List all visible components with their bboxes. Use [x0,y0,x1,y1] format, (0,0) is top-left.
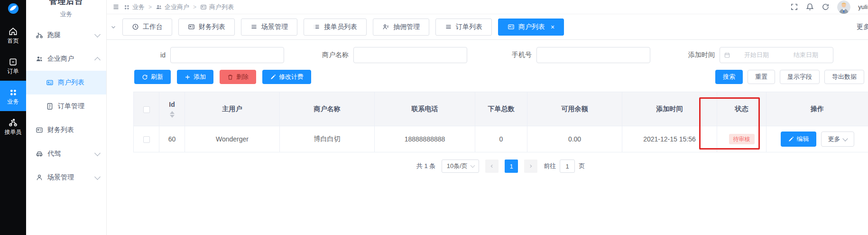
end-date-placeholder: 结束日期 [783,51,829,59]
pagination-total: 共 1 条 [416,162,435,170]
breadcrumb-item-enterprise-merchant[interactable]: 企业商户 [156,3,189,11]
header-select-all [134,92,159,126]
modify-billing-button[interactable]: 修改计费 [262,70,311,84]
app-logo-icon [6,2,20,15]
next-page-button[interactable] [524,160,537,173]
car-icon [36,150,43,158]
sidebar-item-label: 跑腿 [47,31,61,39]
main-content: 业务 > 企业商户 > 商户列表 yu [107,0,868,235]
tab-workbench[interactable]: 工作台 [122,19,172,36]
breadcrumb-item-business[interactable]: 业务 [123,3,145,11]
tab-commission-management[interactable]: 抽佣管理 [373,19,429,36]
breadcrumb-label: 企业商户 [165,3,189,11]
cell-status: 待审核 [717,126,766,152]
tab-finance-list[interactable]: 财务列表 [178,19,235,36]
status-badge: 待审核 [729,134,755,144]
people-icon [36,55,43,63]
rail-item-couriers[interactable]: 接单员 [0,111,26,141]
sidebar-item-scene-management[interactable]: 场景管理 [26,166,106,189]
rail-item-business[interactable]: 业务 [0,81,26,111]
home-icon [9,27,18,36]
sidebar-subtitle: 业务 [26,10,106,19]
tabs-collapse-chevron-icon[interactable] [111,24,116,30]
filter-time-label: 添加时间 [679,51,720,59]
page-number-current[interactable]: 1 [505,160,518,173]
filter-id-input[interactable] [170,47,284,63]
rail-item-label: 订单 [8,68,19,74]
filter-merchant-input[interactable] [353,47,467,63]
goto-suffix: 页 [579,162,585,170]
filter-phone-input[interactable] [536,47,650,63]
filter-add-time: 添加时间 开始日期 结束日期 [679,47,833,63]
sidebar: 管理后台 业务 跑腿 企业商户 商户列表 订单管理 [26,0,107,235]
row-more-button[interactable]: 更多 [821,132,854,147]
row-checkbox[interactable] [143,136,150,143]
delete-button[interactable]: 删除 [220,70,256,84]
cell-phone: 18888888888 [375,126,475,152]
tab-courier-list[interactable]: 接单员列表 [304,19,367,36]
tab-bar: 工作台 财务列表 场景管理 接单员列表 抽佣管理 订单列表 [107,14,868,40]
button-label: 显示字段 [787,73,812,81]
sidebar-item-errand[interactable]: 跑腿 [26,23,106,47]
pagination: 共 1 条 10条/页 1 前往 页 [107,160,868,173]
header-created: 添加时间 [622,92,717,126]
refresh-button[interactable]: 刷新 [134,70,171,84]
cell-owner: Wonderger [185,126,280,152]
select-all-checkbox[interactable] [143,106,150,113]
prev-page-button[interactable] [485,160,499,173]
bell-icon[interactable] [806,3,814,11]
edit-button[interactable]: 编辑 [781,132,816,147]
search-button[interactable]: 搜索 [715,70,743,84]
sidebar-item-enterprise-merchant[interactable]: 企业商户 [26,47,106,71]
rail-item-label: 接单员 [5,129,22,135]
sort-asc-icon[interactable] [170,111,175,114]
tabs-more-button[interactable]: 更多 [857,23,868,31]
button-label: 删除 [236,73,249,81]
sidebar-item-driving[interactable]: 代驾 [26,142,106,166]
card-icon [200,4,207,10]
hamburger-icon[interactable] [112,3,120,10]
show-fields-button[interactable]: 显示字段 [780,70,820,84]
page-size-value: 10条/页 [447,162,468,170]
avatar[interactable] [837,0,850,14]
chevron-down-icon [94,174,101,180]
cell-created: 2021-12-15 15:56 [622,126,717,152]
date-range-picker[interactable]: 开始日期 结束日期 [720,47,833,63]
grid-icon [9,88,18,97]
header-status: 状态 [717,92,766,126]
breadcrumb-item-merchant-list[interactable]: 商户列表 [200,3,234,11]
sidebar-item-order-management[interactable]: 订单管理 [26,94,106,118]
chevron-down-icon [94,31,101,38]
tab-label: 场景管理 [261,23,288,31]
goto-prefix: 前往 [544,162,556,170]
people-icon [156,4,162,10]
chevron-down-icon [842,136,848,141]
reset-button[interactable]: 重置 [748,70,775,84]
filter-form: id 商户名称 手机号 添加时间 开始日期 结束日期 [107,40,868,63]
goto-page-input[interactable] [560,160,575,173]
add-button[interactable]: 添加 [177,70,213,84]
tab-scene-management[interactable]: 场景管理 [241,19,297,36]
tab-order-list[interactable]: 订单列表 [435,19,492,36]
tab-merchant-list[interactable]: 商户列表 × [498,19,564,36]
tab-label: 财务列表 [199,23,225,31]
export-data-button[interactable]: 导出数据 [824,70,864,84]
page-size-select[interactable]: 10条/页 [442,160,479,173]
button-label: 编辑 [797,135,809,143]
rail-item-orders[interactable]: 订单 [0,50,26,81]
rider-icon [9,118,18,127]
refresh-icon [142,74,148,80]
top-bar: 业务 > 企业商户 > 商户列表 yu [107,0,868,14]
sort-desc-icon[interactable] [170,115,175,118]
pen-icon [270,74,276,80]
tab-close-icon[interactable]: × [551,24,554,30]
document-icon [46,103,54,110]
fullscreen-icon[interactable] [790,3,798,11]
sidebar-item-merchant-list[interactable]: 商户列表 [26,71,106,94]
sort-control [159,111,185,118]
sidebar-item-finance-list[interactable]: 财务列表 [26,118,106,142]
breadcrumb: 业务 > 企业商户 > 商户列表 [112,3,234,11]
refresh-icon[interactable] [822,3,830,11]
username[interactable]: yulin [858,3,868,10]
rail-item-home[interactable]: 首页 [0,20,26,50]
